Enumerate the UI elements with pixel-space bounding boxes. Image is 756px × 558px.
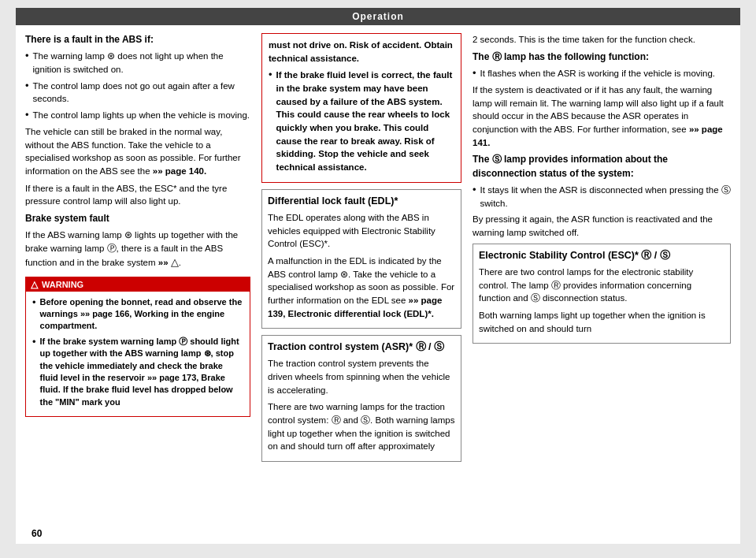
fault-bullet-3: The control lamp lights up when the vehi… bbox=[25, 109, 250, 122]
fault-para1: The vehicle can still be braked in the n… bbox=[25, 125, 250, 178]
header-bar: Operation bbox=[16, 8, 740, 25]
disconnect-bullet: It stays lit when the ASR is disconnecte… bbox=[472, 184, 731, 210]
disconnect-para: By pressing it again, the ASR function i… bbox=[472, 213, 731, 239]
brake-para: If the ABS warning lamp ⊛ lights up toge… bbox=[25, 229, 250, 270]
esc-para2: Both warning lamps light up together whe… bbox=[479, 309, 724, 335]
middle-column: must not drive on. Risk of accident. Obt… bbox=[261, 33, 472, 468]
asr-para1: The traction control system prevents the… bbox=[268, 357, 455, 396]
info-box-line1: must not drive on. Risk of accident. Obt… bbox=[269, 39, 454, 65]
warning-bullet-1: Before opening the bonnet, read and obse… bbox=[32, 296, 243, 333]
warning-label: WARNING bbox=[42, 280, 83, 289]
info-box: must not drive on. Risk of accident. Obt… bbox=[261, 33, 461, 183]
edl-para2: A malfunction in the EDL is indicated by… bbox=[268, 255, 455, 320]
asr-para-cont: 2 seconds. This is the time taken for th… bbox=[472, 33, 731, 46]
edl-title: Differential lock fault (EDL)* bbox=[268, 194, 455, 208]
lamp-function-para1: If the system is deactivated or if it ha… bbox=[472, 84, 731, 149]
warning-box: △ WARNING Before opening the bonnet, rea… bbox=[25, 277, 250, 418]
header-title: Operation bbox=[352, 11, 404, 22]
left-column: There is a fault in the ABS if: The warn… bbox=[25, 33, 261, 468]
asr-title: Traction control system (ASR)* Ⓡ / Ⓢ bbox=[268, 340, 455, 354]
edl-para1: The EDL operates along with the ABS in v… bbox=[268, 211, 455, 251]
asr-box: Traction control system (ASR)* Ⓡ / Ⓢ The… bbox=[261, 335, 461, 462]
lamp-function-title: The Ⓡ lamp has the following function: bbox=[472, 50, 731, 64]
fault-para2: If there is a fault in the ABS, the ESC*… bbox=[25, 182, 250, 208]
warning-triangle-icon: △ bbox=[31, 279, 38, 290]
edl-box: Differential lock fault (EDL)* The EDL o… bbox=[261, 189, 461, 329]
info-box-bullet: If the brake fluid level is correct, the… bbox=[269, 69, 454, 173]
brake-title: Brake system fault bbox=[25, 212, 250, 225]
esc-title: Electronic Stability Control (ESC)* Ⓡ / … bbox=[479, 248, 724, 262]
fault-bullet-1: The warning lamp ⊛ does not light up whe… bbox=[25, 50, 250, 76]
fault-bullet-2: The control lamp does not go out again a… bbox=[25, 80, 250, 106]
asr-para2: There are two warning lamps for the trac… bbox=[268, 400, 455, 453]
disconnect-title: The Ⓢ lamp provides information about th… bbox=[472, 153, 731, 180]
page-container: Operation There is a fault in the ABS if… bbox=[16, 8, 740, 544]
page-number: 60 bbox=[32, 528, 42, 539]
content-area: There is a fault in the ABS if: The warn… bbox=[16, 33, 740, 476]
lamp-function-bullet: It flashes when the ASR is working if th… bbox=[472, 67, 731, 80]
fault-title: There is a fault in the ABS if: bbox=[25, 33, 250, 46]
esc-box: Electronic Stability Control (ESC)* Ⓡ / … bbox=[472, 244, 731, 344]
right-column: 2 seconds. This is the time taken for th… bbox=[472, 33, 731, 468]
esc-para1: There are two control lamps for the elec… bbox=[479, 266, 724, 305]
warning-bullet-2: If the brake system warning lamp Ⓟ shoul… bbox=[32, 336, 243, 408]
warning-header: △ WARNING bbox=[26, 277, 250, 292]
